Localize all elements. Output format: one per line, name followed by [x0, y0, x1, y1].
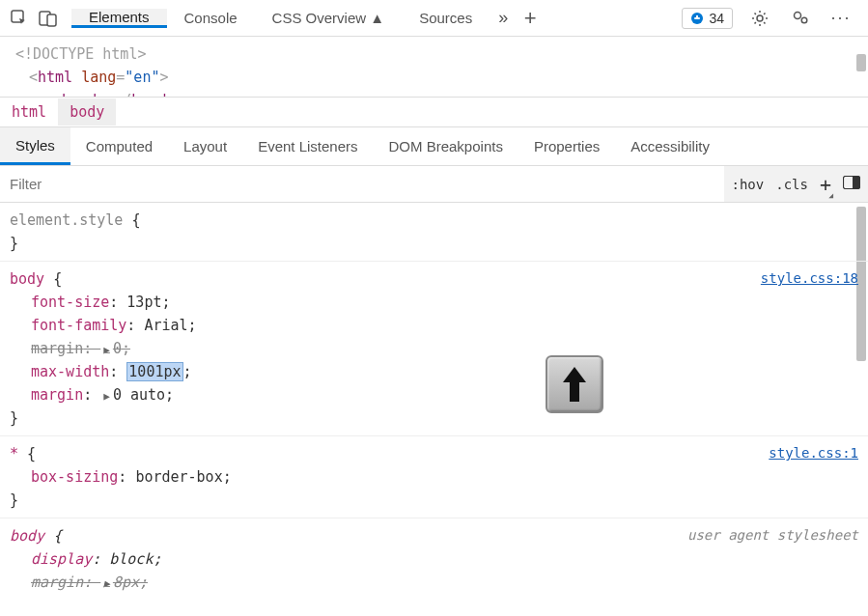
new-style-rule-icon[interactable]: +: [820, 173, 831, 196]
source-link-star[interactable]: style.css:1: [769, 442, 858, 463]
rule-body-ua[interactable]: user agent stylesheet body { display: bl…: [0, 518, 868, 599]
subtab-dom-breakpoints[interactable]: DOM Breakpoints: [374, 127, 518, 165]
decl-margin-auto[interactable]: margin: ▶0 auto;: [10, 383, 858, 406]
decl-font-size[interactable]: font-size: 13pt;: [10, 291, 858, 314]
filter-bar: :hov .cls +: [0, 166, 868, 203]
selector-element-style[interactable]: element.style: [10, 211, 123, 229]
breadcrumb-body[interactable]: body: [58, 98, 116, 126]
decl-display-block: display: block;: [10, 547, 858, 571]
source-link-body1[interactable]: style.css:18: [761, 267, 858, 289]
device-emulation-icon[interactable]: [35, 5, 62, 32]
rule-star[interactable]: style.css:1 * { box-sizing: border-box; …: [0, 436, 868, 518]
hov-toggle[interactable]: :hov: [732, 177, 765, 192]
dom-html-tag[interactable]: <html lang="en">: [15, 66, 853, 89]
max-width-value-editing[interactable]: 1001px: [126, 362, 182, 381]
dom-tree[interactable]: <!DOCTYPE html> <html lang="en"> ▶<head>…: [0, 37, 868, 97]
selector-body1[interactable]: body: [10, 270, 44, 288]
decl-max-width[interactable]: max-width: 1001px;: [10, 360, 858, 383]
svg-point-8: [801, 17, 807, 23]
devtools-tabs: Elements Console CSS Overview ▲ Sources …: [71, 5, 544, 32]
breadcrumb: html body: [0, 97, 868, 127]
filter-input[interactable]: [0, 166, 724, 202]
tab-console[interactable]: Console: [167, 10, 255, 26]
svg-rect-2: [47, 14, 56, 26]
dom-head-tag[interactable]: ▶<head>⋯</head>: [15, 89, 853, 97]
subtab-layout[interactable]: Layout: [168, 127, 242, 165]
svg-rect-4: [694, 17, 700, 19]
issues-count: 34: [709, 11, 724, 26]
decl-margin-8px: margin: ▶8px;: [10, 571, 858, 594]
source-user-agent: user agent stylesheet: [687, 524, 858, 546]
toolbar-right: 34 ···: [682, 5, 862, 32]
dom-scrollbar[interactable]: [856, 54, 866, 71]
subtab-properties[interactable]: Properties: [518, 127, 615, 165]
inspect-element-icon[interactable]: [6, 5, 33, 32]
computed-sidebar-icon[interactable]: [843, 176, 860, 192]
tab-sources[interactable]: Sources: [402, 10, 490, 26]
cls-toggle[interactable]: .cls: [775, 177, 808, 192]
breadcrumb-html[interactable]: html: [0, 98, 58, 126]
dom-doctype[interactable]: <!DOCTYPE html>: [15, 42, 853, 66]
subtab-computed[interactable]: Computed: [70, 127, 168, 165]
add-tab-icon[interactable]: +: [517, 5, 544, 32]
filter-tools: :hov .cls +: [724, 166, 868, 202]
rule-element-style[interactable]: element.style { }: [0, 203, 868, 262]
svg-rect-10: [853, 177, 859, 188]
decl-box-sizing[interactable]: box-sizing: border-box;: [10, 465, 858, 489]
subtab-styles[interactable]: Styles: [0, 127, 70, 165]
decl-font-family[interactable]: font-family: Arial;: [10, 314, 858, 337]
more-icon[interactable]: ···: [827, 5, 854, 32]
up-arrow-key-icon: [546, 355, 603, 413]
tab-elements[interactable]: Elements: [71, 9, 167, 28]
selector-star[interactable]: *: [10, 445, 18, 462]
issues-badge[interactable]: 34: [682, 8, 733, 29]
selector-body-ua: body: [10, 527, 44, 545]
devtools-toolbar: Elements Console CSS Overview ▲ Sources …: [0, 0, 868, 37]
styles-panel: element.style { } style.css:18 body { fo…: [0, 203, 868, 599]
styles-tabs: Styles Computed Layout Event Listeners D…: [0, 127, 868, 166]
svg-point-6: [757, 15, 763, 21]
settings-icon[interactable]: [746, 5, 773, 32]
subtab-event-listeners[interactable]: Event Listeners: [242, 127, 373, 165]
more-tabs-icon[interactable]: »: [490, 5, 517, 32]
rule-body-1[interactable]: style.css:18 body { font-size: 13pt; fon…: [0, 262, 868, 436]
svg-point-7: [795, 12, 801, 18]
decl-margin-overridden[interactable]: margin: ▶0;: [10, 337, 858, 360]
svg-rect-5: [696, 15, 698, 17]
toolbar-left: Elements Console CSS Overview ▲ Sources …: [6, 5, 544, 32]
subtab-accessibility[interactable]: Accessibility: [615, 127, 725, 165]
tab-css-overview[interactable]: CSS Overview ▲: [255, 10, 403, 26]
feedback-icon[interactable]: [787, 5, 814, 32]
